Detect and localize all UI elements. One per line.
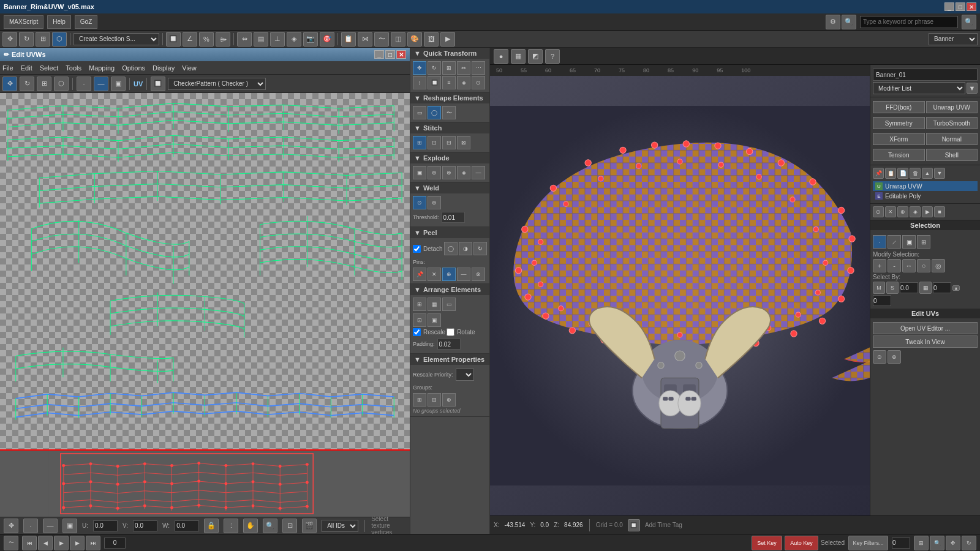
arrange-sub-btn1[interactable]: ⊡ bbox=[413, 313, 426, 327]
xform-btn[interactable]: XForm bbox=[873, 133, 925, 145]
schematic[interactable]: ⋈ bbox=[358, 32, 372, 47]
v-input[interactable] bbox=[133, 520, 157, 531]
add-time-tag[interactable]: Add Time Tag bbox=[645, 522, 682, 528]
explode-sm-btn[interactable]: ⊕ bbox=[428, 166, 441, 179]
set-key-btn[interactable]: Set Key bbox=[752, 536, 782, 550]
uvw-max-btn[interactable]: □ bbox=[385, 50, 395, 59]
all-ids-dropdown[interactable]: All IDs bbox=[322, 520, 358, 532]
sel-val-input2[interactable] bbox=[933, 282, 951, 293]
select-tool[interactable]: ⬡ bbox=[52, 32, 67, 47]
maximize-btn[interactable]: □ bbox=[956, 2, 965, 11]
next-key-btn[interactable]: ▶ bbox=[70, 536, 85, 550]
uvw-min-btn[interactable]: _ bbox=[374, 50, 384, 59]
pin-none-btn[interactable]: — bbox=[457, 268, 470, 281]
reshape-header[interactable]: ▼ Reshape Elements bbox=[410, 92, 489, 103]
curve-editor[interactable]: 〜 bbox=[374, 32, 389, 47]
close-btn[interactable]: ✕ bbox=[967, 2, 976, 11]
stitch-mode2-btn[interactable]: ⊟ bbox=[442, 136, 456, 149]
uvw-close-btn[interactable]: ✕ bbox=[396, 50, 406, 59]
grow-sel-btn[interactable]: + bbox=[873, 259, 886, 272]
vp-sphere-btn[interactable]: ● bbox=[494, 49, 508, 64]
rotate-checkbox[interactable] bbox=[447, 328, 454, 336]
goz-btn[interactable]: GoZ bbox=[75, 15, 97, 29]
align-view[interactable]: 🎯 bbox=[320, 32, 334, 47]
open-uv-editor-btn[interactable]: Open UV Editor ... bbox=[873, 322, 978, 334]
render-setup[interactable]: 🖼 bbox=[424, 32, 439, 47]
keyword-search[interactable] bbox=[860, 16, 958, 28]
weld-target-btn[interactable]: ⊙ bbox=[413, 196, 426, 209]
pin-cluster-btn[interactable]: ⊕ bbox=[442, 268, 456, 281]
mod-del-btn[interactable]: 🗑 bbox=[910, 168, 921, 179]
stitch-header[interactable]: ▼ Stitch bbox=[410, 122, 489, 133]
render-frame[interactable]: ▶ bbox=[440, 32, 455, 47]
qt-more-btn[interactable]: ⋯ bbox=[472, 61, 485, 75]
menu-tools[interactable]: Tools bbox=[66, 64, 81, 72]
weld-header[interactable]: ▼ Weld bbox=[410, 182, 489, 193]
qt-snap-btn[interactable]: 🔲 bbox=[428, 76, 441, 89]
move-status-btn[interactable]: ✥ bbox=[4, 519, 18, 533]
threshold-input[interactable] bbox=[442, 212, 465, 223]
edge-mode-btn[interactable]: — bbox=[43, 519, 58, 533]
frame-input[interactable] bbox=[104, 538, 126, 549]
sel-vertex-icon[interactable]: · bbox=[873, 235, 886, 249]
qt-move-btn[interactable]: ✥ bbox=[413, 61, 426, 75]
peel-btn2[interactable]: ◑ bbox=[459, 242, 472, 255]
modifier-unwrap-item[interactable]: U Unwrap UVW bbox=[873, 181, 978, 191]
angle-snap[interactable]: ∠ bbox=[183, 32, 197, 47]
quick-transform-header[interactable]: ▼ Quick Transform bbox=[410, 48, 489, 59]
mat-editor[interactable]: 🎨 bbox=[407, 32, 422, 47]
qt-extra-btn[interactable]: ⊙ bbox=[472, 76, 485, 89]
select-face-btn[interactable]: ▣ bbox=[111, 77, 126, 91]
group-btn1[interactable]: ⊞ bbox=[413, 393, 426, 407]
select-vertex-btn[interactable]: · bbox=[77, 77, 91, 91]
ctrl-icon1[interactable]: ⊙ bbox=[873, 206, 884, 217]
percent-snap[interactable]: % bbox=[199, 32, 214, 47]
reshape-rect-btn[interactable]: ▭ bbox=[413, 106, 426, 119]
scale-uv-btn[interactable]: ⊞ bbox=[37, 77, 51, 91]
symmetry-btn[interactable]: Symmetry bbox=[873, 117, 925, 129]
move-uv-btn[interactable]: ✥ bbox=[2, 77, 17, 91]
normal-align[interactable]: ⊥ bbox=[270, 32, 285, 47]
tension-btn[interactable]: Tension bbox=[873, 149, 925, 161]
ctrl-icon2[interactable]: ✕ bbox=[885, 206, 896, 217]
menu-display[interactable]: Display bbox=[153, 64, 175, 72]
rescale-priority-dropdown[interactable] bbox=[456, 369, 474, 381]
prev-key-btn[interactable]: ◀ bbox=[38, 536, 53, 550]
pin-sel-btn[interactable]: ✕ bbox=[428, 268, 441, 281]
uv-viewport[interactable] bbox=[0, 93, 410, 449]
unwrap-uvw-btn[interactable]: Unwrap UVW bbox=[926, 101, 978, 113]
reshape-circle-btn[interactable]: ◯ bbox=[428, 106, 441, 119]
shrink-sel-btn[interactable]: - bbox=[888, 259, 901, 272]
zoom-btn[interactable]: 🔍 bbox=[263, 519, 277, 533]
sel-val-input3[interactable] bbox=[873, 295, 891, 306]
render-btn[interactable]: 🎬 bbox=[302, 519, 317, 533]
ctrl-icon5[interactable]: ▶ bbox=[922, 206, 933, 217]
arrange-sub-btn2[interactable]: ▣ bbox=[428, 313, 441, 327]
grid-toggle[interactable]: 🔲 bbox=[628, 519, 640, 531]
u-input[interactable] bbox=[93, 520, 118, 531]
modifier-edpoly-item[interactable]: E Editable Poly bbox=[873, 191, 978, 201]
minimize-btn[interactable]: _ bbox=[944, 2, 954, 11]
face-mode-btn[interactable]: ▣ bbox=[62, 519, 77, 533]
mod-paste-btn[interactable]: 📄 bbox=[897, 168, 908, 179]
qt-scale-btn[interactable]: ⊞ bbox=[442, 61, 456, 75]
zoom-ext-btn[interactable]: ⊡ bbox=[282, 519, 297, 533]
checker-icon[interactable]: 🔲 bbox=[151, 77, 165, 91]
explode-cluster-btn[interactable]: ⊗ bbox=[442, 166, 456, 179]
align-camera[interactable]: 📷 bbox=[303, 32, 318, 47]
uv-extra-btn1[interactable]: ⊙ bbox=[873, 350, 886, 364]
unpin-btn[interactable]: ⊗ bbox=[472, 268, 485, 281]
sel-spin-up[interactable]: ▲ bbox=[952, 285, 960, 291]
sel-element-icon[interactable]: ⊞ bbox=[917, 235, 930, 249]
reshape-line-btn[interactable]: 〜 bbox=[442, 106, 456, 119]
ctrl-icon3[interactable]: ⊕ bbox=[897, 206, 908, 217]
invert-sel-btn[interactable]: ↔ bbox=[902, 259, 916, 272]
spinner-snap[interactable]: ⌲ bbox=[216, 32, 230, 47]
menu-select[interactable]: Select bbox=[40, 64, 59, 72]
nav-icon3[interactable]: ✥ bbox=[946, 536, 960, 550]
sel-edge-icon[interactable]: ⟋ bbox=[888, 235, 901, 249]
qt-flip-h-btn[interactable]: ⇔ bbox=[457, 61, 470, 75]
explode-face-btn[interactable]: ▣ bbox=[413, 166, 426, 179]
place-highlight[interactable]: ◈ bbox=[287, 32, 301, 47]
peel-btn1[interactable]: ◯ bbox=[444, 242, 458, 255]
